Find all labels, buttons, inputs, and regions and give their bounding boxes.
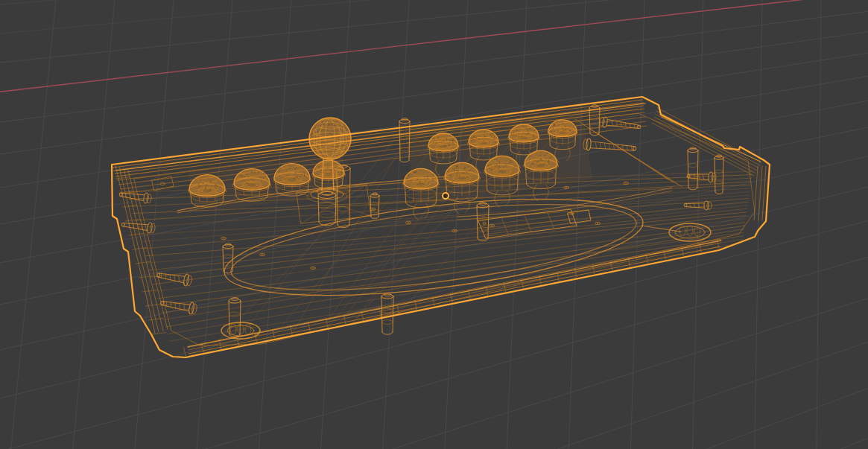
grid-line-y — [445, 0, 468, 449]
grid-line-y — [817, 0, 821, 449]
grid-line-x — [0, 11, 868, 122]
x-axis-line — [0, 0, 868, 92]
grid-line-x — [0, 0, 868, 34]
panel-screw — [311, 267, 316, 270]
cable-grommet — [669, 223, 711, 241]
grid-line-x — [0, 388, 868, 449]
viewport-canvas[interactable] — [0, 0, 868, 449]
grid-line-x — [0, 342, 868, 449]
grid-line-y — [568, 0, 586, 449]
usb-connector — [568, 210, 591, 223]
grid-line-y — [73, 0, 115, 449]
grid-line-x — [0, 257, 868, 449]
blender-3d-viewport[interactable] — [0, 0, 868, 449]
bolt[interactable] — [583, 138, 636, 154]
grid-line-x — [0, 0, 868, 4]
grid-line-y — [259, 0, 291, 449]
grid-line-y — [755, 0, 762, 449]
panel-screw — [406, 221, 411, 224]
arcade-stick-wireframe-model[interactable] — [112, 97, 770, 357]
grid-line-x — [0, 438, 868, 449]
floor-grid — [0, 0, 868, 449]
panel-screw — [260, 253, 265, 256]
panel-screw — [221, 237, 226, 240]
grid-line-x — [0, 0, 868, 63]
object-origin-dot[interactable] — [443, 193, 449, 199]
standoff-cylinder[interactable] — [688, 147, 698, 190]
grid-line-y — [11, 0, 56, 449]
